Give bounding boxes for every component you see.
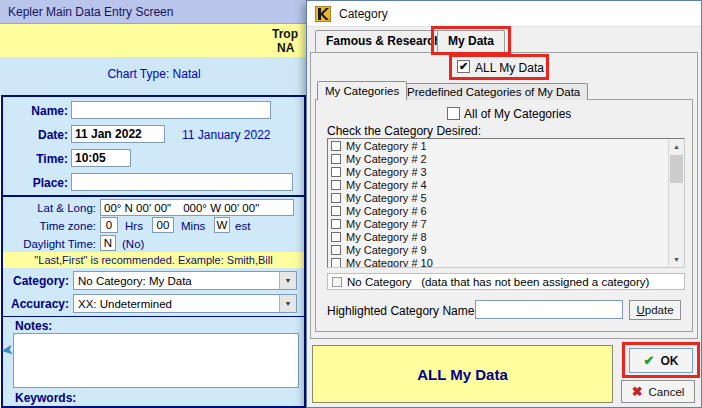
category-checkbox[interactable]: [331, 258, 341, 268]
list-scrollbar[interactable]: ▲ ▼: [668, 139, 684, 267]
accuracy-label: Accuracy:: [5, 297, 69, 311]
category-checkbox[interactable]: [331, 180, 341, 190]
daylight-label: Daylight Time:: [3, 238, 96, 250]
category-checkbox[interactable]: [331, 245, 341, 255]
update-button[interactable]: Update: [629, 300, 681, 320]
category-item-label: My Category # 6: [346, 205, 427, 217]
category-item-label: My Category # 1: [346, 140, 427, 152]
highlighted-category-input[interactable]: [475, 300, 623, 319]
tz-mins-unit: Mins: [181, 220, 205, 232]
category-item-label: My Category # 4: [346, 179, 427, 191]
category-list-item[interactable]: My Category # 8: [328, 230, 684, 243]
accuracy-dropdown[interactable]: XX: Undetermined ▼: [73, 294, 297, 313]
category-dialog: Category Famous & Research My Data ✔ ALL…: [306, 0, 702, 408]
category-list-item[interactable]: My Category # 2: [328, 152, 684, 165]
main-window-title: Kepler Main Data Entry Screen: [8, 5, 173, 19]
latitude-value: 00° N 00' 00": [104, 202, 171, 214]
scrollbar-thumb[interactable]: [670, 155, 683, 183]
check-icon: ✔: [459, 61, 468, 72]
all-my-data-checkbox-label[interactable]: ALL My Data: [475, 61, 544, 75]
cancel-button[interactable]: ✖ Cancel: [621, 380, 695, 403]
timezone-label: Time zone:: [3, 220, 96, 232]
category-checkbox[interactable]: [331, 219, 341, 229]
category-list-item[interactable]: My Category # 7: [328, 217, 684, 230]
category-checkbox[interactable]: [331, 193, 341, 203]
category-checkbox[interactable]: [331, 141, 341, 151]
update-button-label: Update: [636, 304, 673, 316]
category-checkbox[interactable]: [331, 154, 341, 164]
time-label: Time:: [8, 152, 68, 166]
ok-button-label: OK: [660, 354, 678, 368]
daylight-field[interactable]: N: [100, 235, 116, 251]
category-list-item[interactable]: My Category # 3: [328, 165, 684, 178]
tz-hours-field[interactable]: 0: [100, 217, 118, 233]
all-of-my-categories-checkbox[interactable]: [447, 107, 460, 120]
no-category-row[interactable]: No Category (data that has not been assi…: [327, 273, 685, 290]
chart-type-text: Chart Type: Natal: [0, 67, 308, 81]
notes-textarea[interactable]: [13, 333, 299, 388]
daylight-suffix: (No): [122, 238, 144, 250]
category-label: Category:: [5, 274, 69, 288]
tz-direction-field[interactable]: W: [214, 217, 230, 233]
form-divider: [3, 195, 304, 197]
category-list-item[interactable]: My Category # 4: [328, 178, 684, 191]
form-divider: [3, 316, 304, 317]
send-arrow-icon[interactable]: ➤: [0, 340, 15, 360]
tz-direction-suffix: est: [235, 220, 250, 232]
category-list-item[interactable]: My Category # 6: [328, 204, 684, 217]
category-item-label: My Category # 10: [346, 257, 433, 269]
place-label: Place:: [8, 176, 68, 190]
time-input[interactable]: [71, 149, 131, 167]
dropdown-arrow-icon[interactable]: ▼: [279, 295, 296, 312]
no-category-label: No Category (data that has not been assi…: [347, 276, 649, 288]
category-item-label: My Category # 5: [346, 192, 427, 204]
category-checkbox[interactable]: [331, 206, 341, 216]
category-dropdown[interactable]: No Category: My Data ▼: [73, 271, 297, 290]
tz-mins-field[interactable]: 00: [152, 217, 174, 233]
category-list-item[interactable]: My Category # 10: [328, 256, 684, 268]
category-list-item[interactable]: My Category # 9: [328, 243, 684, 256]
category-item-label: My Category # 7: [346, 218, 427, 230]
category-list-item[interactable]: My Category # 1: [328, 139, 684, 152]
tz-hours-unit: Hrs: [125, 220, 143, 232]
category-item-label: My Category # 8: [346, 231, 427, 243]
category-item-label: My Category # 9: [346, 244, 427, 256]
latlong-field[interactable]: 00° N 00' 00" 000° W 00' 00": [100, 199, 294, 216]
dropdown-arrow-icon[interactable]: ▼: [279, 272, 296, 289]
dialog-titlebar[interactable]: Category: [307, 1, 701, 27]
banner-text-2: NA: [277, 41, 294, 55]
notes-label: Notes:: [15, 319, 59, 333]
date-label: Date:: [8, 128, 68, 142]
place-input[interactable]: [71, 173, 293, 191]
name-input[interactable]: [71, 101, 271, 119]
all-my-data-checkbox[interactable]: ✔: [457, 60, 470, 73]
no-category-checkbox[interactable]: [332, 277, 342, 287]
latlong-label: Lat & Long:: [3, 202, 96, 214]
all-of-my-categories-label[interactable]: All of My Categories: [464, 107, 571, 121]
category-checklist[interactable]: My Category # 1 My Category # 2 My Categ…: [327, 138, 685, 268]
category-checkbox[interactable]: [331, 232, 341, 242]
kepler-logo-icon: [315, 6, 331, 22]
date-long-text: 11 January 2022: [182, 128, 271, 142]
dialog-title: Category: [339, 7, 388, 21]
tab-predefined-categories[interactable]: Predefined Categories of My Data: [399, 83, 588, 100]
category-list-item[interactable]: My Category # 5: [328, 191, 684, 204]
all-my-data-button-label: ALL My Data: [417, 366, 508, 383]
tab-my-data[interactable]: My Data: [437, 30, 505, 53]
cancel-button-label: Cancel: [649, 386, 685, 398]
name-format-hint: "Last,First" is recommended. Example: Sm…: [3, 252, 304, 268]
category-checkbox[interactable]: [331, 167, 341, 177]
tab-famous-research[interactable]: Famous & Research: [315, 30, 452, 52]
all-my-data-button[interactable]: ALL My Data: [312, 345, 613, 403]
category-list-label: Check the Category Desired:: [327, 124, 481, 138]
data-entry-form: Name: Date: 11 January 2022 Time: Place:…: [1, 95, 306, 408]
longitude-value: 000° W 00' 00": [183, 202, 259, 214]
date-input[interactable]: [71, 125, 165, 143]
ok-check-icon: ✔: [644, 353, 655, 368]
scroll-up-icon[interactable]: ▲: [669, 139, 684, 154]
banner-text-1: Trop: [272, 27, 298, 41]
name-label: Name:: [8, 104, 68, 118]
tab-my-categories[interactable]: My Categories: [317, 81, 407, 100]
scroll-down-icon[interactable]: ▼: [669, 252, 684, 267]
ok-button[interactable]: ✔ OK: [629, 348, 693, 373]
